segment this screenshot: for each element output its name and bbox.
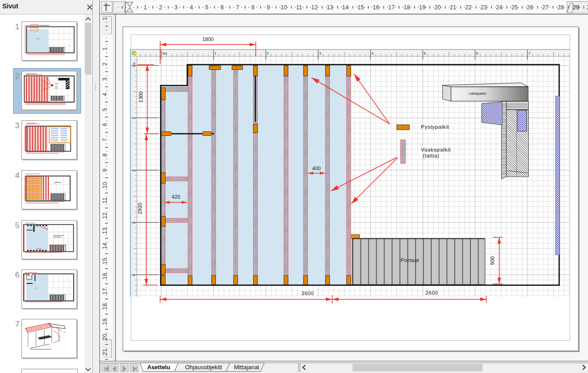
svg-text:10: 10 <box>102 182 108 189</box>
svg-text:1: 1 <box>102 17 108 20</box>
svg-text:2600: 2600 <box>426 290 438 296</box>
svg-text:9: 9 <box>267 4 270 11</box>
svg-text:5: 5 <box>102 108 108 111</box>
svg-text:400: 400 <box>312 166 320 171</box>
svg-text:900: 900 <box>490 256 495 265</box>
svg-text:11: 11 <box>296 4 302 11</box>
svg-text:Portaat: Portaat <box>401 257 419 263</box>
svg-text:22: 22 <box>465 4 471 11</box>
svg-text:12: 12 <box>311 4 318 11</box>
svg-text:2: 2 <box>102 62 108 66</box>
svg-text:7: 7 <box>102 138 108 141</box>
svg-text:2920: 2920 <box>137 203 143 214</box>
svg-text:15: 15 <box>357 4 364 11</box>
svg-text:6: 6 <box>221 4 224 11</box>
svg-text:13: 13 <box>326 4 333 11</box>
svg-text:26: 26 <box>526 4 533 11</box>
svg-text:1: 1 <box>214 51 216 55</box>
svg-text:Pystypalkit: Pystypalkit <box>421 124 450 130</box>
svg-text:12: 12 <box>102 213 108 219</box>
svg-text:Mittajanat: Mittajanat <box>234 364 260 371</box>
svg-text:3: 3 <box>102 77 108 81</box>
svg-text:2: 2 <box>267 51 269 55</box>
svg-text:9: 9 <box>102 168 108 172</box>
svg-text:13: 13 <box>102 228 108 234</box>
svg-text:4: 4 <box>102 93 108 96</box>
svg-text:420: 420 <box>172 194 180 200</box>
svg-text:aaa: aaa <box>36 37 40 40</box>
svg-text:19: 19 <box>419 4 425 11</box>
svg-text:4: 4 <box>132 275 136 276</box>
svg-text:28: 28 <box>557 4 564 11</box>
svg-text:18: 18 <box>102 304 108 310</box>
svg-text:4: 4 <box>372 51 374 55</box>
svg-text:4: 4 <box>190 4 193 11</box>
svg-text:1300: 1300 <box>138 91 144 103</box>
svg-text:16: 16 <box>373 4 379 11</box>
svg-text:21: 21 <box>102 349 108 355</box>
svg-text:3: 3 <box>319 51 321 55</box>
svg-text:14: 14 <box>102 243 108 249</box>
svg-text:7: 7 <box>528 51 530 55</box>
svg-text:18: 18 <box>403 4 410 11</box>
svg-text:aa: aa <box>35 287 37 289</box>
svg-text:15: 15 <box>102 258 108 264</box>
svg-text:8: 8 <box>102 153 108 157</box>
svg-text:8: 8 <box>251 4 255 11</box>
svg-text:6: 6 <box>476 51 478 55</box>
svg-text:1: 1 <box>132 117 136 119</box>
svg-text:16: 16 <box>102 273 108 280</box>
svg-text:1: 1 <box>144 4 147 11</box>
svg-text:5: 5 <box>205 4 208 11</box>
svg-text:17: 17 <box>388 4 394 11</box>
svg-text:(lattia): (lattia) <box>423 153 440 159</box>
svg-text:3: 3 <box>174 4 178 11</box>
svg-text:1800: 1800 <box>202 36 214 42</box>
svg-text:10: 10 <box>280 4 287 11</box>
svg-text:3600: 3600 <box>302 290 314 296</box>
svg-text:Asettelu: Asettelu <box>147 364 170 371</box>
svg-text:23: 23 <box>480 4 487 11</box>
svg-text:3: 3 <box>132 222 136 224</box>
svg-text:20: 20 <box>434 4 441 11</box>
svg-text:Lattiapalkki: Lattiapalkki <box>469 91 486 96</box>
svg-text:20: 20 <box>102 334 108 340</box>
svg-text:2: 2 <box>132 170 136 172</box>
svg-text:11: 11 <box>102 197 108 203</box>
svg-text:aa: aa <box>63 331 66 333</box>
svg-text:0m: 0m <box>132 62 136 67</box>
svg-text:2: 2 <box>159 4 162 11</box>
svg-text:1: 1 <box>102 47 108 50</box>
svg-text:Ohjausobjektit: Ohjausobjektit <box>185 364 222 371</box>
svg-text:24: 24 <box>496 4 502 11</box>
svg-text:14: 14 <box>342 4 348 11</box>
svg-text:25: 25 <box>511 4 518 11</box>
svg-text:6: 6 <box>102 123 108 126</box>
svg-text:21: 21 <box>450 4 456 11</box>
svg-text:5: 5 <box>424 51 426 55</box>
svg-text:7: 7 <box>236 4 239 11</box>
svg-text:27: 27 <box>542 4 548 11</box>
svg-text:19: 19 <box>102 318 108 325</box>
svg-text:Vaakapalkit: Vaakapalkit <box>421 147 451 152</box>
svg-text:17: 17 <box>102 288 108 295</box>
svg-text:29: 29 <box>573 4 579 11</box>
